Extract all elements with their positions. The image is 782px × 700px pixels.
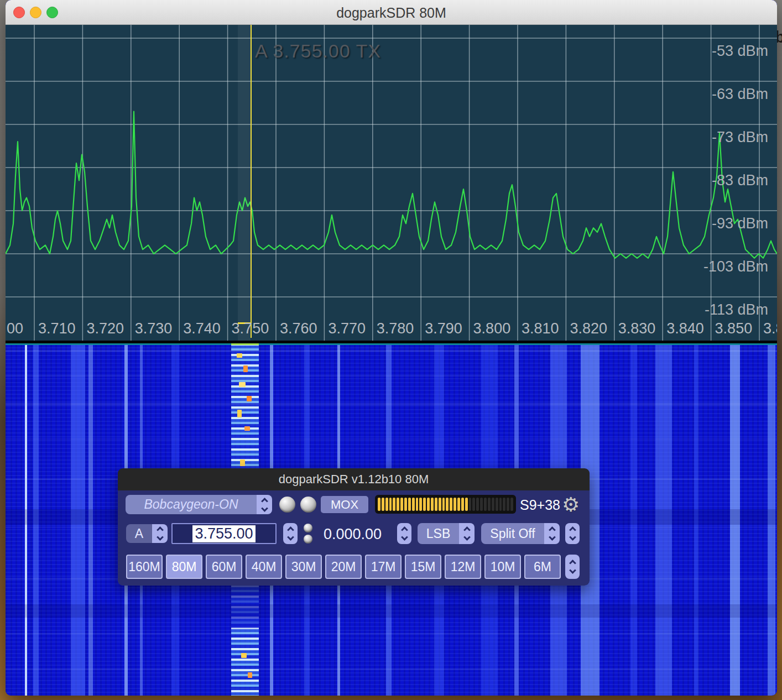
waterfall-row-band [6,438,777,440]
frequency-axis-label: 3.760 [280,320,317,337]
control-panel-title[interactable]: dogparkSDR v1.12b10 80M [118,468,590,490]
tuning-cursor[interactable] [251,25,252,338]
meter-segment [510,498,513,511]
waterfall-hotspot [237,410,242,417]
frequency-axis-label: 3.770 [328,320,366,337]
profile-select-value: Bobcaygeon-ON [126,495,257,514]
spectrum-display[interactable]: A 3.755.00 TX -53 dBm-63 dBm-73 dBm-83 d… [6,25,777,341]
mode-select[interactable]: LSB [418,523,475,544]
meter-segment [393,498,395,511]
band-button-30m[interactable]: 30M [285,555,322,579]
vfo-led-1[interactable] [304,524,312,532]
meter-segment [446,498,449,511]
spectrum-trace [6,112,777,258]
cursor-frequency-label: A 3.755.00 TX [255,40,381,62]
meter-segment [400,498,403,511]
waterfall-hotspot [243,365,248,372]
meter-segment [496,498,498,511]
meter-segment [453,498,456,511]
mode-select-value: LSB [418,523,459,544]
meter-segment [382,498,384,511]
split-select[interactable]: Split Off [481,523,560,544]
split-stepper[interactable] [565,523,580,544]
app-window: dogparkSDR 80M A 3.755.00 TX -53 dBm-63 … [6,0,777,696]
meter-segment [469,498,472,511]
meter-segment [412,498,415,511]
s-meter-reading: S9+38 [520,497,560,513]
meter-segment [435,498,437,511]
passband-region [238,25,251,341]
meter-segment [476,498,479,511]
band-button-160m[interactable]: 160M [126,555,163,579]
profile-select-stepper-icon[interactable] [257,495,272,514]
profile-select[interactable]: Bobcaygeon-ON [126,495,272,514]
meter-segment [385,498,388,511]
dbm-axis-label: -103 dBm [703,258,768,275]
offset-stepper[interactable] [397,523,411,544]
band-button-15m[interactable]: 15M [405,555,441,579]
meter-segment [461,498,464,511]
frequency-axis-label: 3.720 [86,320,124,337]
offset-frequency-value: 0.000.00 [324,526,382,543]
dbm-axis-label: -73 dBm [712,129,768,146]
waterfall-hotspot [241,653,247,658]
frequency-axis-label: 3.810 [522,320,559,337]
frequency-axis-label: 3.820 [570,320,607,337]
split-select-stepper-icon[interactable] [544,523,560,544]
waterfall-hotspot [244,426,250,431]
waterfall-hotspot [237,353,242,358]
waterfall-hotspot [248,672,252,678]
waterfall-hotspot [239,382,246,387]
waterfall-row-band [6,604,777,618]
vfo-select[interactable]: A [126,524,168,543]
meter-segment [484,498,487,511]
frequency-axis-label: 3.780 [377,320,414,337]
meter-segment [457,498,460,511]
frequency-axis-label: 3.850 [715,320,753,337]
meter-segment [442,498,445,511]
waterfall-row-band [6,668,777,670]
meter-segment [427,498,430,511]
frequency-stepper[interactable] [283,523,298,544]
waterfall-row-band [6,375,777,377]
frequency-axis-label: 3.730 [135,320,173,337]
window-titlebar[interactable]: dogparkSDR 80M [6,0,777,25]
indicator-led-1[interactable] [279,497,295,513]
meter-segment [404,498,407,511]
vfo-select-value: A [126,524,152,543]
band-button-6m[interactable]: 6M [524,555,561,579]
band-button-17m[interactable]: 17M [365,555,402,579]
vfo-select-stepper-icon[interactable] [152,524,168,543]
band-button-10m[interactable]: 10M [484,555,521,579]
dbm-axis-label: -83 dBm [712,172,768,189]
control-panel: dogparkSDR v1.12b10 80M Bobcaygeon-ON MO… [118,468,590,586]
mode-select-stepper-icon[interactable] [459,523,475,544]
spectrum-grid-and-trace [6,25,777,341]
signal-meter [375,495,516,514]
meter-segment [492,498,494,511]
band-stepper[interactable] [565,555,580,579]
frequency-axis-label: 3.710 [38,320,76,337]
split-select-value: Split Off [481,523,544,544]
vfo-led-2[interactable] [304,535,312,544]
frequency-input[interactable]: 3.755.00 [171,523,277,544]
meter-segment [416,498,419,511]
meter-segment [450,498,452,511]
band-button-80m[interactable]: 80M [166,555,202,579]
dbm-axis-label: -113 dBm [705,301,768,318]
frequency-axis-label: 00 [7,320,23,337]
frequency-axis-label: 3.740 [183,320,221,337]
indicator-led-2[interactable] [300,497,316,513]
band-button-60m[interactable]: 60M [206,555,242,579]
settings-gear-icon[interactable]: ⚙ [562,495,580,515]
meter-segment [507,498,509,511]
mox-button[interactable]: MOX [321,496,368,513]
frequency-axis-label: 3.830 [618,320,656,337]
waterfall-row-band [6,350,777,352]
frequency-axis-label: 3.8 [763,320,777,337]
band-button-20m[interactable]: 20M [325,555,362,579]
band-button-40m[interactable]: 40M [246,555,282,579]
dbm-axis-label: -63 dBm [712,86,768,103]
meter-segment [419,498,422,511]
band-button-12m[interactable]: 12M [445,555,481,579]
